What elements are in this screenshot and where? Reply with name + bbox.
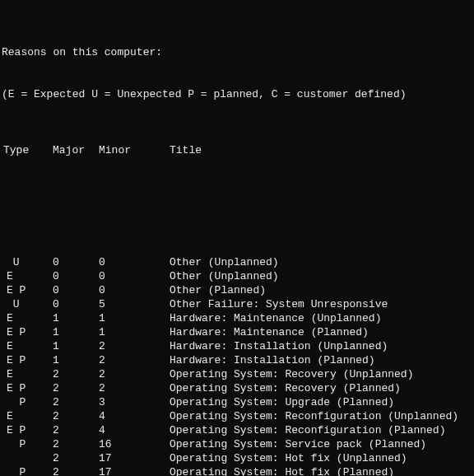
cell-major: 2 — [53, 395, 99, 409]
cell-major: 0 — [53, 255, 99, 269]
cell-minor: 0 — [99, 255, 145, 269]
table-row: E22Operating System: Recovery (Unplanned… — [2, 367, 472, 381]
table-row: U05Other Failure: System Unresponsive — [2, 297, 472, 311]
cell-title: Other (Unplanned) — [145, 269, 472, 283]
col-header-major: Major — [53, 143, 99, 157]
table-row: E P00Other (Planned) — [2, 283, 472, 297]
table-row: P217Operating System: Hot fix (Planned) — [2, 465, 472, 476]
cell-major: 0 — [53, 297, 99, 311]
table-row: E24Operating System: Reconfiguration (Un… — [2, 409, 472, 423]
table-row: P216Operating System: Service pack (Plan… — [2, 437, 472, 451]
cell-major: 2 — [53, 409, 99, 423]
cell-type: E — [2, 269, 53, 283]
cell-major: 2 — [53, 465, 99, 476]
col-header-title: Title — [145, 143, 472, 157]
cell-type: P — [2, 395, 53, 409]
cell-title: Operating System: Recovery (Unplanned) — [145, 367, 472, 381]
cell-major: 1 — [53, 353, 99, 367]
cell-title: Operating System: Hot fix (Unplanned) — [145, 451, 472, 465]
cell-minor: 17 — [99, 465, 145, 476]
table-row: E11Hardware: Maintenance (Unplanned) — [2, 311, 472, 325]
cell-title: Other Failure: System Unresponsive — [145, 297, 472, 311]
cell-title: Other (Planned) — [145, 283, 472, 297]
cell-type — [2, 451, 53, 465]
cell-minor: 0 — [99, 269, 145, 283]
cell-major: 2 — [53, 451, 99, 465]
cell-type: E — [2, 367, 53, 381]
cell-type: P — [2, 465, 53, 476]
cell-title: Operating System: Reconfiguration (Unpla… — [145, 409, 472, 423]
cell-title: Operating System: Upgrade (Planned) — [145, 395, 472, 409]
header-line-2: (E = Expected U = Unexpected P = planned… — [2, 87, 472, 101]
reason-table-body: U00Other (Unplanned)E00Other (Unplanned)… — [2, 255, 472, 476]
header-line-1: Reasons on this computer: — [2, 45, 472, 59]
table-row: P23Operating System: Upgrade (Planned) — [2, 395, 472, 409]
cell-major: 0 — [53, 269, 99, 283]
cell-minor: 17 — [99, 451, 145, 465]
cell-minor: 5 — [99, 297, 145, 311]
column-headers: Type Major Minor Title — [2, 143, 472, 157]
cell-title: Hardware: Maintenance (Planned) — [145, 325, 472, 339]
table-row: E P24Operating System: Reconfiguration (… — [2, 423, 472, 437]
cell-type: U — [2, 255, 53, 269]
cell-major: 1 — [53, 311, 99, 325]
cell-major: 1 — [53, 325, 99, 339]
cell-major: 0 — [53, 283, 99, 297]
cell-type: P — [2, 437, 53, 451]
table-row: E P11Hardware: Maintenance (Planned) — [2, 325, 472, 339]
cell-type: E P — [2, 353, 53, 367]
table-row: E12Hardware: Installation (Unplanned) — [2, 339, 472, 353]
cell-type: E P — [2, 283, 53, 297]
col-header-minor: Minor — [99, 143, 145, 157]
blank-line — [2, 199, 472, 213]
cell-minor: 2 — [99, 353, 145, 367]
table-row: U00Other (Unplanned) — [2, 255, 472, 269]
cell-type: E P — [2, 423, 53, 437]
cell-title: Operating System: Recovery (Planned) — [145, 381, 472, 395]
cell-type: E P — [2, 381, 53, 395]
cell-minor: 0 — [99, 283, 145, 297]
table-row: E P12Hardware: Installation (Planned) — [2, 353, 472, 367]
cell-title: Hardware: Installation (Planned) — [145, 353, 472, 367]
cell-title: Operating System: Hot fix (Planned) — [145, 465, 472, 476]
cell-major: 2 — [53, 423, 99, 437]
cell-title: Other (Unplanned) — [145, 255, 472, 269]
cell-major: 2 — [53, 437, 99, 451]
cell-minor: 1 — [99, 325, 145, 339]
cell-minor: 2 — [99, 381, 145, 395]
cell-type: E P — [2, 325, 53, 339]
terminal-output: Reasons on this computer: (E = Expected … — [0, 0, 474, 476]
table-row: E P22Operating System: Recovery (Planned… — [2, 381, 472, 395]
cell-major: 2 — [53, 381, 99, 395]
cell-minor: 2 — [99, 367, 145, 381]
col-header-type: Type — [2, 143, 53, 157]
table-row: E00Other (Unplanned) — [2, 269, 472, 283]
cell-title: Operating System: Service pack (Planned) — [145, 437, 472, 451]
cell-minor: 16 — [99, 437, 145, 451]
cell-type: E — [2, 339, 53, 353]
cell-minor: 4 — [99, 423, 145, 437]
cell-title: Hardware: Installation (Unplanned) — [145, 339, 472, 353]
cell-minor: 2 — [99, 339, 145, 353]
cell-minor: 1 — [99, 311, 145, 325]
cell-type: E — [2, 409, 53, 423]
cell-minor: 3 — [99, 395, 145, 409]
cell-title: Hardware: Maintenance (Unplanned) — [145, 311, 472, 325]
cell-minor: 4 — [99, 409, 145, 423]
table-row: 217Operating System: Hot fix (Unplanned) — [2, 451, 472, 465]
cell-major: 1 — [53, 339, 99, 353]
cell-title: Operating System: Reconfiguration (Plann… — [145, 423, 472, 437]
cell-type: E — [2, 311, 53, 325]
cell-type: U — [2, 297, 53, 311]
cell-major: 2 — [53, 367, 99, 381]
